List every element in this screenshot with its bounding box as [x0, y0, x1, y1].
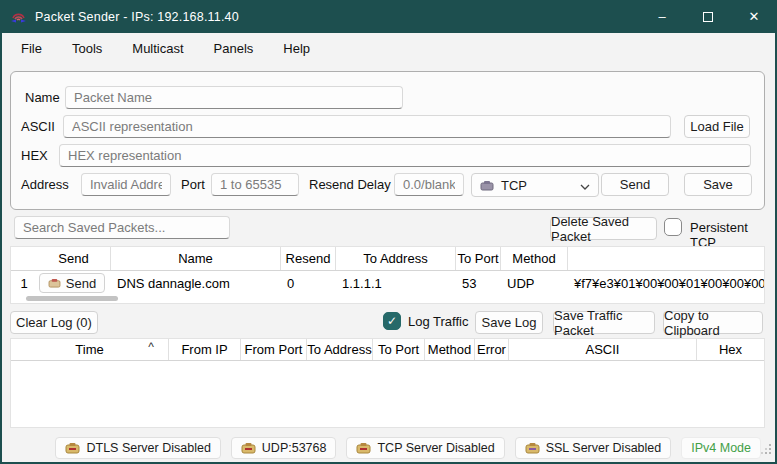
hex-label: HEX	[21, 144, 48, 168]
resend-delay-label: Resend Delay	[309, 173, 391, 197]
protocol-value: TCP	[501, 178, 527, 193]
traffic-log-table: Time ^ From IP From Port To Address To P…	[10, 338, 765, 428]
col-header-name[interactable]: Name	[111, 247, 281, 270]
dtls-server-button[interactable]: DTLS Server Disabled	[55, 437, 220, 459]
col-header-method[interactable]: Method	[501, 247, 568, 270]
col-header-to-address[interactable]: To Address	[336, 247, 456, 270]
packet-form-panel: Name ASCII Load File HEX Address Port Re…	[10, 71, 765, 210]
log-traffic-label: Log Traffic	[408, 314, 468, 329]
app-window: Packet Sender - IPs: 192.168.11.40 – ✕ F…	[0, 0, 777, 464]
maximize-button[interactable]	[685, 0, 731, 33]
menu-bar: File Tools Multicast Panels Help	[2, 33, 775, 63]
resize-grip[interactable]	[761, 441, 772, 459]
log-col-from-port[interactable]: From Port	[241, 339, 307, 360]
saved-packet-row[interactable]: 1 Send DNS dannagle.com 0 1.1.1.1	[11, 271, 764, 295]
log-col-error[interactable]: Error	[475, 339, 509, 360]
port-label: Port	[181, 173, 205, 197]
row-number: 1	[11, 271, 37, 295]
cell-method: UDP	[501, 271, 568, 295]
delete-saved-packet-button[interactable]: Delete Saved Packet	[550, 217, 657, 240]
ssl-server-button[interactable]: SSL Server Disabled	[515, 437, 672, 459]
horizontal-scrollbar[interactable]	[26, 296, 118, 301]
cell-name: DNS dannagle.com	[111, 271, 281, 295]
search-saved-packets-input[interactable]	[14, 216, 230, 239]
row-send-label: Send	[66, 276, 96, 291]
cell-ascii-data: ¥f7¥e3¥01¥00¥00¥01¥00¥00¥00¥00¥	[568, 271, 764, 295]
send-button[interactable]: Send	[601, 173, 669, 196]
send-icon	[480, 180, 494, 191]
packet-name-input[interactable]	[65, 86, 403, 109]
cell-to-address: 1.1.1.1	[336, 271, 456, 295]
log-col-from-ip[interactable]: From IP	[169, 339, 241, 360]
resend-delay-input[interactable]	[394, 173, 464, 196]
log-traffic-checkbox[interactable]: ✓	[383, 312, 401, 330]
tcp-server-label: TCP Server Disabled	[377, 441, 494, 455]
packet-icon	[65, 442, 80, 454]
persistent-tcp-checkbox[interactable]	[664, 218, 682, 236]
row-send-button[interactable]: Send	[39, 273, 105, 293]
packet-icon	[525, 442, 540, 454]
cell-to-port: 53	[456, 271, 501, 295]
ipv4-mode-button[interactable]: IPv4 Mode	[681, 437, 761, 459]
address-input[interactable]	[81, 173, 171, 196]
name-label: Name	[25, 86, 60, 110]
saved-packets-table: Send Name Resend To Address To Port Meth…	[10, 246, 765, 304]
copy-to-clipboard-button[interactable]: Copy to Clipboard	[663, 311, 763, 334]
row-number-header	[11, 247, 37, 270]
log-col-ascii[interactable]: ASCII	[509, 339, 697, 360]
menu-file[interactable]: File	[6, 37, 57, 60]
log-col-to-port[interactable]: To Port	[373, 339, 425, 360]
save-traffic-packet-button[interactable]: Save Traffic Packet	[553, 311, 655, 334]
log-col-hex[interactable]: Hex	[697, 339, 764, 360]
menu-tools[interactable]: Tools	[57, 37, 117, 60]
close-button[interactable]: ✕	[731, 0, 777, 33]
log-col-time[interactable]: Time ^	[11, 339, 169, 360]
packet-icon	[356, 442, 371, 454]
load-file-button[interactable]: Load File	[684, 115, 750, 138]
minimize-button[interactable]: –	[639, 0, 685, 33]
window-title: Packet Sender - IPs: 192.168.11.40	[35, 10, 239, 24]
cell-resend: 0	[281, 271, 336, 295]
ssl-server-label: SSL Server Disabled	[546, 441, 662, 455]
col-header-send[interactable]: Send	[37, 247, 111, 270]
log-col-time-label: Time	[75, 342, 103, 357]
status-bar: DTLS Server Disabled UDP:53768 TCP Serve…	[2, 434, 775, 462]
maximize-icon	[703, 12, 713, 22]
app-logo-icon	[10, 9, 27, 24]
ascii-input[interactable]	[63, 115, 671, 138]
send-icon	[48, 278, 61, 288]
hex-input[interactable]	[59, 144, 751, 167]
ascii-label: ASCII	[21, 115, 55, 139]
window-body: File Tools Multicast Panels Help Name AS…	[2, 33, 775, 462]
log-col-method[interactable]: Method	[425, 339, 475, 360]
save-log-button[interactable]: Save Log	[475, 311, 543, 334]
col-header-data[interactable]	[568, 247, 764, 270]
address-label: Address	[21, 173, 69, 197]
log-col-to-address[interactable]: To Address	[307, 339, 373, 360]
sort-ascending-icon: ^	[148, 340, 154, 354]
dtls-server-label: DTLS Server Disabled	[86, 441, 210, 455]
title-bar: Packet Sender - IPs: 192.168.11.40 – ✕	[0, 0, 777, 33]
menu-help[interactable]: Help	[268, 37, 325, 60]
udp-server-label: UDP:53768	[262, 441, 327, 455]
packet-icon	[241, 442, 256, 454]
tcp-server-button[interactable]: TCP Server Disabled	[346, 437, 504, 459]
col-header-resend[interactable]: Resend	[281, 247, 336, 270]
udp-server-button[interactable]: UDP:53768	[231, 437, 337, 459]
menu-multicast[interactable]: Multicast	[117, 37, 198, 60]
port-input[interactable]	[211, 173, 299, 196]
save-button[interactable]: Save	[684, 173, 752, 196]
clear-log-button[interactable]: Clear Log (0)	[10, 311, 98, 334]
col-header-to-port[interactable]: To Port	[456, 247, 501, 270]
chevron-down-icon	[580, 178, 590, 193]
protocol-select[interactable]: TCP	[471, 173, 599, 197]
menu-panels[interactable]: Panels	[199, 37, 269, 60]
